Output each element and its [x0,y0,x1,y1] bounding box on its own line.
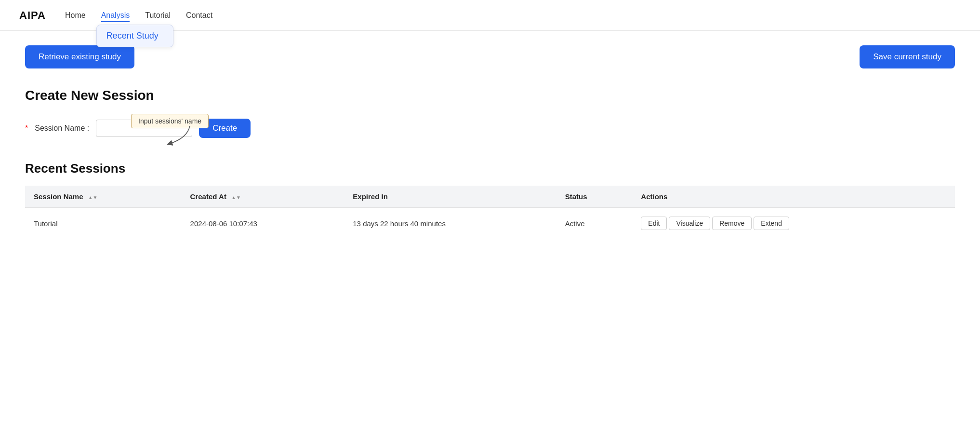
required-star: * [25,124,28,133]
row-expired-in: 13 days 22 hours 40 minutes [344,208,556,239]
col-created-at: Created At ▲▼ [182,186,344,208]
create-session-title: Create New Session [25,88,955,103]
col-status: Status [556,186,633,208]
navbar: AIPA Home Analysis Recent Study Tutorial… [0,0,980,31]
sessions-table: Session Name ▲▼ Created At ▲▼ Expired In… [25,186,955,239]
recent-sessions-section: Recent Sessions Session Name ▲▼ Created … [25,161,955,239]
row-actions: EditVisualizeRemoveExtend [632,208,955,239]
nav-item-contact[interactable]: Contact [186,11,212,20]
row-session-name: Tutorial [25,208,182,239]
nav-link-contact[interactable]: Contact [186,11,212,19]
recent-study-dropdown[interactable]: Recent Study [96,25,173,47]
retrieve-study-button[interactable]: Retrieve existing study [25,45,134,68]
main-content: Retrieve existing study Save current stu… [0,31,980,259]
row-status: Active [556,208,633,239]
action-extend-button[interactable]: Extend [754,217,789,230]
col-session-name: Session Name ▲▼ [25,186,182,208]
nav-item-tutorial[interactable]: Tutorial [145,11,171,20]
nav-link-home[interactable]: Home [65,11,86,19]
recent-sessions-title: Recent Sessions [25,161,955,176]
tooltip-arrow [161,123,192,149]
nav-link-tutorial[interactable]: Tutorial [145,11,171,19]
table-header-row: Session Name ▲▼ Created At ▲▼ Expired In… [25,186,955,208]
nav-link-analysis[interactable]: Analysis [101,11,130,22]
sort-session-name[interactable]: ▲▼ [88,195,98,200]
col-expired-in: Expired In [344,186,556,208]
row-created-at: 2024-08-06 10:07:43 [182,208,344,239]
save-study-button[interactable]: Save current study [860,45,955,68]
sort-created-at[interactable]: ▲▼ [231,195,241,200]
dropdown-label: Recent Study [106,31,159,41]
nav-links: Home Analysis Recent Study Tutorial Cont… [65,11,212,20]
action-visualize-button[interactable]: Visualize [669,217,710,230]
session-name-label: Session Name : [35,124,89,133]
action-edit-button[interactable]: Edit [641,217,667,230]
action-remove-button[interactable]: Remove [712,217,752,230]
logo: AIPA [19,9,46,22]
nav-item-analysis[interactable]: Analysis Recent Study [101,11,130,20]
create-session-section: Create New Session Input sessions' name … [25,88,955,138]
col-actions: Actions [632,186,955,208]
nav-item-home[interactable]: Home [65,11,86,20]
top-buttons-row: Retrieve existing study Save current stu… [25,45,955,68]
table-row: Tutorial2024-08-06 10:07:4313 days 22 ho… [25,208,955,239]
